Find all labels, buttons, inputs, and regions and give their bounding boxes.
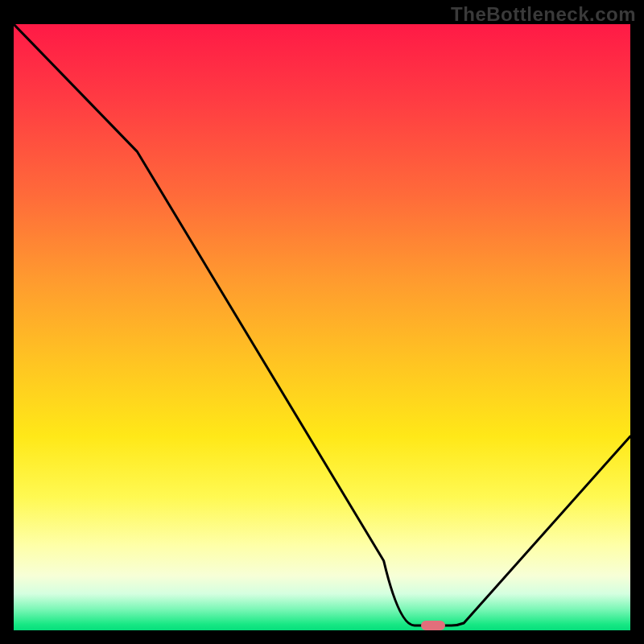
plot-area	[14, 24, 630, 630]
bottleneck-curve	[14, 24, 630, 630]
watermark-text: TheBottleneck.com	[451, 3, 636, 26]
optimal-marker	[421, 621, 445, 630]
curve-path	[14, 24, 630, 625]
chart-frame: TheBottleneck.com	[0, 0, 644, 644]
